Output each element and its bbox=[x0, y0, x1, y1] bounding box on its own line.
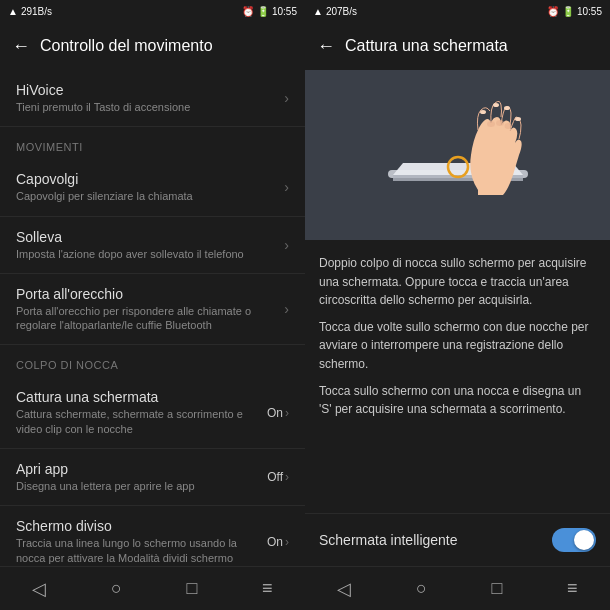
left-status-bar: ▲ 291B/s ⏰ 🔋 10:55 bbox=[0, 0, 305, 22]
apri-app-value: Off › bbox=[267, 470, 289, 484]
right-wifi-icon: ▲ bbox=[313, 6, 323, 17]
cattura-schermata-subtitle: Cattura schermate, schermate a scorrimen… bbox=[16, 407, 267, 436]
solleva-text: Solleva Imposta l'azione dopo aver solle… bbox=[16, 229, 244, 261]
right-alarm-icon: ⏰ bbox=[547, 6, 559, 17]
right-battery-icon: 🔋 bbox=[562, 6, 574, 17]
solleva-chevron: › bbox=[284, 237, 289, 253]
right-page-title: Cattura una schermata bbox=[345, 37, 508, 55]
right-nav-home[interactable]: ○ bbox=[408, 570, 435, 607]
description-text-1: Doppio colpo di nocca sullo schermo per … bbox=[319, 254, 596, 310]
description-area: Doppio colpo di nocca sullo schermo per … bbox=[305, 240, 610, 513]
capovolgi-title: Capovolgi bbox=[16, 171, 193, 187]
capovolgi-text: Capovolgi Capovolgi per silenziare la ch… bbox=[16, 171, 193, 203]
porta-orecchio-title: Porta all'orecchio bbox=[16, 286, 284, 302]
cattura-schermata-title: Cattura una schermata bbox=[16, 389, 267, 405]
porta-orecchio-text: Porta all'orecchio Porta all'orecchio pe… bbox=[16, 286, 284, 333]
left-nav-home[interactable]: ○ bbox=[103, 570, 130, 607]
cattura-schermata-item[interactable]: Cattura una schermata Cattura schermate,… bbox=[0, 377, 305, 449]
smart-screen-label: Schermata intelligente bbox=[319, 532, 458, 548]
capovolgi-chevron: › bbox=[284, 179, 289, 195]
right-status-left-icons: ▲ 207B/s bbox=[313, 6, 357, 17]
description-text-3: Tocca sullo schermo con una nocca e dise… bbox=[319, 382, 596, 419]
right-status-icons: ⏰ 🔋 10:55 bbox=[242, 6, 297, 17]
svg-point-8 bbox=[493, 103, 499, 107]
right-signal-text: 207B/s bbox=[326, 6, 357, 17]
svg-point-5 bbox=[496, 120, 504, 126]
right-nav-menu[interactable]: ≡ bbox=[559, 570, 586, 607]
svg-point-9 bbox=[504, 106, 510, 110]
right-nav-back[interactable]: ◁ bbox=[329, 570, 359, 608]
alarm-icon: ⏰ bbox=[242, 6, 254, 17]
movimenti-section-header: MOVIMENTI bbox=[0, 127, 305, 159]
time-display: 10:55 bbox=[272, 6, 297, 17]
solleva-item[interactable]: Solleva Imposta l'azione dopo aver solle… bbox=[0, 217, 305, 274]
svg-point-7 bbox=[480, 110, 486, 114]
right-back-button[interactable]: ← bbox=[317, 36, 335, 57]
description-text-2: Tocca due volte sullo schermo con due no… bbox=[319, 318, 596, 374]
schermo-diviso-text: Schermo diviso Traccia una linea lungo l… bbox=[16, 518, 267, 565]
schermo-diviso-title: Schermo diviso bbox=[16, 518, 267, 534]
wifi-icon: ▲ bbox=[8, 6, 18, 17]
battery-icon: 🔋 bbox=[257, 6, 269, 17]
left-header: ← Controllo del movimento bbox=[0, 22, 305, 70]
signal-text: 291B/s bbox=[21, 6, 52, 17]
porta-orecchio-subtitle: Porta all'orecchio per rispondere alle c… bbox=[16, 304, 284, 333]
smart-screen-row[interactable]: Schermata intelligente bbox=[305, 513, 610, 566]
porta-orecchio-chevron: › bbox=[284, 301, 289, 317]
capovolgi-subtitle: Capovolgi per silenziare la chiamata bbox=[16, 189, 193, 203]
hivoice-text: HiVoice Tieni premuto il Tasto di accens… bbox=[16, 82, 190, 114]
left-page-title: Controllo del movimento bbox=[40, 37, 213, 55]
knuckle-tap-illustration bbox=[358, 85, 558, 225]
right-status-bar: ▲ 207B/s ⏰ 🔋 10:55 bbox=[305, 0, 610, 22]
hivoice-item[interactable]: HiVoice Tieni premuto il Tasto di accens… bbox=[0, 70, 305, 127]
right-panel: ▲ 207B/s ⏰ 🔋 10:55 ← Cattura una scherma… bbox=[305, 0, 610, 610]
left-nav-back[interactable]: ◁ bbox=[24, 570, 54, 608]
schermo-diviso-value: On › bbox=[267, 535, 289, 549]
nocka-section-header: COLPO DI NOCCA bbox=[0, 345, 305, 377]
smart-screen-toggle[interactable] bbox=[552, 528, 596, 552]
schermo-diviso-item[interactable]: Schermo diviso Traccia una linea lungo l… bbox=[0, 506, 305, 566]
left-panel: ▲ 291B/s ⏰ 🔋 10:55 ← Controllo del movim… bbox=[0, 0, 305, 610]
apri-app-subtitle: Disegna una lettera per aprire le app bbox=[16, 479, 195, 493]
hivoice-chevron: › bbox=[284, 90, 289, 106]
right-nav-recents[interactable]: □ bbox=[484, 570, 511, 607]
right-time-display: 10:55 bbox=[577, 6, 602, 17]
hivoice-subtitle: Tieni premuto il Tasto di accensione bbox=[16, 100, 190, 114]
left-nav-recents[interactable]: □ bbox=[179, 570, 206, 607]
right-nav-bar: ◁ ○ □ ≡ bbox=[305, 566, 610, 610]
solleva-subtitle: Imposta l'azione dopo aver sollevato il … bbox=[16, 247, 244, 261]
illustration-area bbox=[305, 70, 610, 240]
cattura-schermata-text: Cattura una schermata Cattura schermate,… bbox=[16, 389, 267, 436]
right-header: ← Cattura una schermata bbox=[305, 22, 610, 70]
capovolgi-item[interactable]: Capovolgi Capovolgi per silenziare la ch… bbox=[0, 159, 305, 216]
cattura-schermata-value: On › bbox=[267, 406, 289, 420]
left-scroll-content: HiVoice Tieni premuto il Tasto di accens… bbox=[0, 70, 305, 566]
apri-app-text: Apri app Disegna una lettera per aprire … bbox=[16, 461, 195, 493]
right-status-right-icons: ⏰ 🔋 10:55 bbox=[547, 6, 602, 17]
hivoice-title: HiVoice bbox=[16, 82, 190, 98]
solleva-title: Solleva bbox=[16, 229, 244, 245]
apri-app-item[interactable]: Apri app Disegna una lettera per aprire … bbox=[0, 449, 305, 506]
left-back-button[interactable]: ← bbox=[12, 36, 30, 57]
apri-app-title: Apri app bbox=[16, 461, 195, 477]
left-status-icons: ▲ 291B/s bbox=[8, 6, 52, 17]
svg-point-10 bbox=[515, 117, 521, 121]
left-nav-bar: ◁ ○ □ ≡ bbox=[0, 566, 305, 610]
schermo-diviso-subtitle: Traccia una linea lungo lo schermo usand… bbox=[16, 536, 267, 565]
left-nav-menu[interactable]: ≡ bbox=[254, 570, 281, 607]
porta-orecchio-item[interactable]: Porta all'orecchio Porta all'orecchio pe… bbox=[0, 274, 305, 346]
